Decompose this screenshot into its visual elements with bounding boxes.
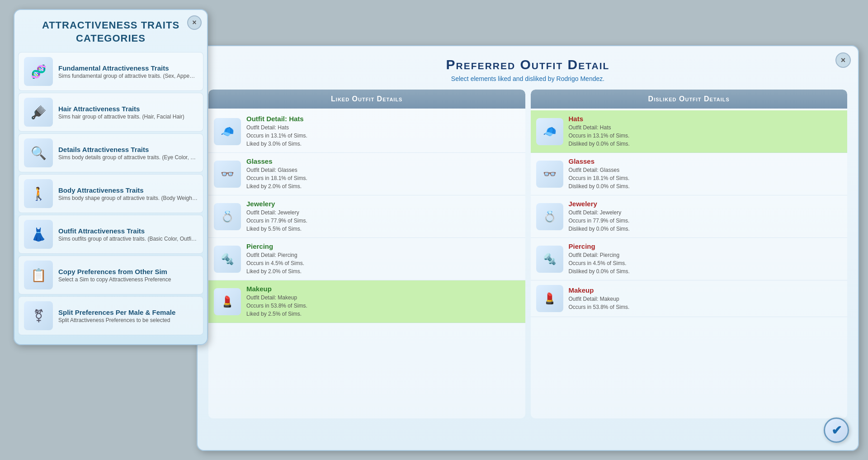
- category-item-5[interactable]: 📋 Copy Preferences from Other Sim Select…: [18, 256, 203, 294]
- category-name-4: Outfit Attractiveness Traits: [58, 227, 198, 235]
- liked-column: Liked Outfit Details 🧢 Outfit Detail: Ha…: [208, 90, 525, 418]
- liked-name-1: Glasses: [246, 157, 520, 165]
- liked-name-0: Outfit Detail: Hats: [246, 115, 520, 123]
- category-item-3[interactable]: 🚶 Body Attractiveness Traits Sims body s…: [18, 174, 203, 213]
- liked-detail-0: Outfit Detail: HatsOccurs in 13.1% of Si…: [246, 123, 520, 148]
- category-name-1: Hair Attractiveness Traits: [58, 105, 198, 113]
- left-panel-close-button[interactable]: ×: [187, 15, 202, 30]
- category-icon-3: 🚶: [24, 179, 53, 208]
- category-desc-3: Sims body shape group of attractive trai…: [58, 195, 198, 201]
- disliked-icon-4: 💄: [536, 285, 563, 312]
- category-icon-0: 🧬: [24, 57, 53, 86]
- liked-detail-3: Outfit Detail: PiercingOccurs in 4.5% of…: [246, 251, 520, 275]
- left-panel: Attractiveness TraitsCategories × 🧬 Fund…: [14, 9, 208, 345]
- disliked-item-2[interactable]: 💍 Jewelery Outfit Detail: JeweleryOccurs…: [531, 195, 848, 238]
- disliked-icon-2: 💍: [536, 203, 563, 230]
- disliked-icon-0: 🧢: [536, 118, 563, 145]
- category-icon-1: 🪮: [24, 98, 53, 127]
- disliked-name-1: Glasses: [569, 157, 842, 165]
- liked-detail-1: Outfit Detail: GlassesOccurs in 18.1% of…: [246, 166, 520, 190]
- category-icon-2: 🔍: [24, 138, 53, 167]
- confirm-button[interactable]: ✔: [824, 417, 849, 443]
- disliked-item-0[interactable]: 🧢 Hats Outfit Detail: HatsOccurs in 13.1…: [531, 110, 848, 153]
- liked-column-scroll[interactable]: 🧢 Outfit Detail: Hats Outfit Detail: Hat…: [208, 109, 525, 418]
- liked-icon-1: 👓: [214, 161, 241, 188]
- disliked-detail-1: Outfit Detail: GlassesOccurs in 18.1% of…: [569, 166, 842, 190]
- right-panel-subtitle: Select elements liked and disliked by Ro…: [208, 75, 847, 82]
- liked-item-3[interactable]: 🔩 Piercing Outfit Detail: PiercingOccurs…: [208, 238, 525, 280]
- category-desc-5: Select a Sim to copy Attractiveness Pref…: [58, 276, 198, 283]
- disliked-column-header: Disliked Outfit Details: [531, 90, 848, 109]
- category-item-1[interactable]: 🪮 Hair Attractiveness Traits Sims hair g…: [18, 93, 203, 132]
- category-icon-5: 📋: [24, 261, 53, 289]
- right-panel: × Preferred Outfit Detail Select element…: [197, 45, 859, 451]
- category-name-2: Details Attractiveness Traits: [58, 146, 198, 153]
- category-item-2[interactable]: 🔍 Details Attractiveness Traits Sims bod…: [18, 133, 203, 172]
- liked-icon-0: 🧢: [214, 118, 241, 145]
- liked-name-3: Piercing: [246, 242, 520, 250]
- liked-item-4[interactable]: 💄 Makeup Outfit Detail: MakeupOccurs in …: [208, 280, 525, 323]
- disliked-name-0: Hats: [569, 115, 842, 123]
- category-desc-6: Split Attractiveness Preferences to be s…: [58, 317, 198, 323]
- liked-item-0[interactable]: 🧢 Outfit Detail: Hats Outfit Detail: Hat…: [208, 110, 525, 153]
- category-name-6: Split Preferences Per Male & Female: [58, 308, 198, 316]
- category-item-4[interactable]: 👗 Outfit Attractiveness Traits Sims outf…: [18, 215, 203, 254]
- right-panel-title: Preferred Outfit Detail: [208, 57, 847, 72]
- liked-icon-2: 💍: [214, 203, 241, 230]
- liked-column-header: Liked Outfit Details: [208, 90, 525, 109]
- disliked-name-4: Makeup: [569, 286, 842, 294]
- disliked-detail-3: Outfit Detail: PiercingOccurs in 4.5% of…: [569, 251, 842, 275]
- columns-container: Liked Outfit Details 🧢 Outfit Detail: Ha…: [208, 90, 847, 418]
- category-name-0: Fundamental Attractiveness Traits: [58, 64, 198, 72]
- checkmark-icon: ✔: [831, 423, 842, 438]
- liked-item-2[interactable]: 💍 Jewelery Outfit Detail: JeweleryOccurs…: [208, 195, 525, 238]
- disliked-item-3[interactable]: 🔩 Piercing Outfit Detail: PiercingOccurs…: [531, 238, 848, 280]
- disliked-column-scroll[interactable]: 🧢 Hats Outfit Detail: HatsOccurs in 13.1…: [531, 109, 848, 418]
- category-name-5: Copy Preferences from Other Sim: [58, 268, 198, 275]
- disliked-item-4[interactable]: 💄 Makeup Outfit Detail: MakeupOccurs in …: [531, 280, 848, 317]
- disliked-column: Disliked Outfit Details 🧢 Hats Outfit De…: [531, 90, 848, 418]
- category-desc-1: Sims hair group of attractive traits. (H…: [58, 114, 198, 120]
- category-name-3: Body Attractiveness Traits: [58, 186, 198, 194]
- disliked-item-1[interactable]: 👓 Glasses Outfit Detail: GlassesOccurs i…: [531, 153, 848, 195]
- liked-detail-4: Outfit Detail: MakeupOccurs in 53.8% of …: [246, 294, 520, 318]
- disliked-detail-4: Outfit Detail: MakeupOccurs in 53.8% of …: [569, 295, 842, 311]
- right-panel-close-button[interactable]: ×: [835, 52, 851, 68]
- disliked-name-3: Piercing: [569, 242, 842, 250]
- left-panel-title: Attractiveness TraitsCategories: [33, 19, 189, 45]
- category-icon-4: 👗: [24, 220, 53, 249]
- category-list: 🧬 Fundamental Attractiveness Traits Sims…: [14, 52, 207, 335]
- liked-name-4: Makeup: [246, 285, 520, 293]
- category-desc-2: Sims body details group of attractive tr…: [58, 154, 198, 161]
- liked-name-2: Jewelery: [246, 200, 520, 208]
- liked-item-1[interactable]: 👓 Glasses Outfit Detail: GlassesOccurs i…: [208, 153, 525, 195]
- liked-detail-2: Outfit Detail: JeweleryOccurs in 77.9% o…: [246, 209, 520, 233]
- disliked-icon-1: 👓: [536, 161, 563, 188]
- category-icon-6: ⚧: [24, 301, 53, 330]
- disliked-name-2: Jewelery: [569, 200, 842, 208]
- liked-icon-3: 🔩: [214, 246, 241, 273]
- category-desc-4: Sims outfits group of attractive traits.…: [58, 236, 198, 242]
- disliked-detail-0: Outfit Detail: HatsOccurs in 13.1% of Si…: [569, 123, 842, 148]
- category-item-6[interactable]: ⚧ Split Preferences Per Male & Female Sp…: [18, 296, 203, 335]
- disliked-icon-3: 🔩: [536, 246, 563, 273]
- disliked-detail-2: Outfit Detail: JeweleryOccurs in 77.9% o…: [569, 209, 842, 233]
- left-panel-header: Attractiveness TraitsCategories ×: [14, 10, 207, 52]
- liked-icon-4: 💄: [214, 288, 241, 315]
- category-item-0[interactable]: 🧬 Fundamental Attractiveness Traits Sims…: [18, 52, 203, 91]
- category-desc-0: Sims fundamental group of attractive tra…: [58, 73, 198, 79]
